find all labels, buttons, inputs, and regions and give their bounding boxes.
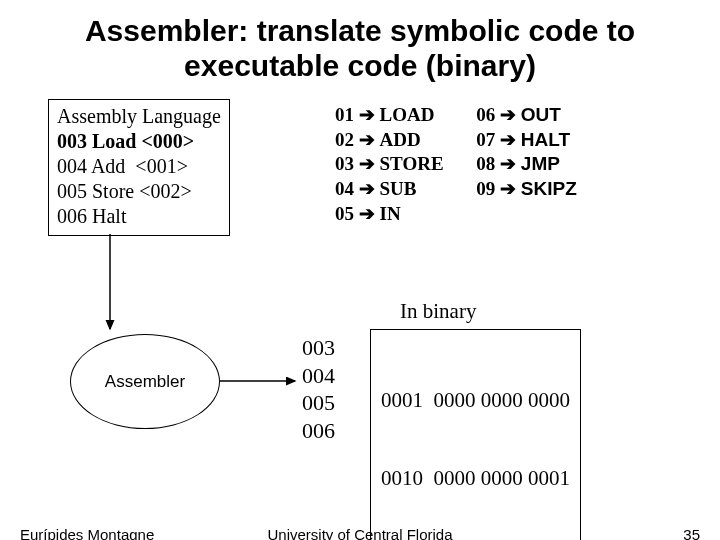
asm-row: 003 Load <000> [57, 129, 221, 154]
assembler-label: Assembler [105, 372, 185, 392]
binary-row: 0001 0000 0000 0000 [381, 387, 570, 413]
slide-content: Assembly Language 003 Load <000> 004 Add… [0, 89, 720, 509]
opcode-table: 01 ➔ LOAD 02 ➔ ADD 03 ➔ STORE 04 ➔ SUB 0… [335, 103, 577, 226]
footer-org: University of Central Florida [0, 526, 720, 540]
addr-row: 005 [302, 389, 335, 417]
slide-title: Assembler: translate symbolic code to ex… [0, 0, 720, 89]
binary-addresses: 003 004 005 006 [302, 334, 335, 444]
opcode-row: 03 ➔ STORE [335, 152, 444, 177]
opcode-row: 01 ➔ LOAD [335, 103, 444, 128]
opcode-row: 05 ➔ IN [335, 202, 444, 227]
addr-row: 004 [302, 362, 335, 390]
asm-row: 004 Add <001> [57, 154, 221, 179]
addr-row: 003 [302, 334, 335, 362]
opcode-col1: 01 ➔ LOAD 02 ➔ ADD 03 ➔ STORE 04 ➔ SUB 0… [335, 103, 444, 226]
opcode-row: 08 ➔ JMP [476, 152, 576, 177]
assembly-language-box: Assembly Language 003 Load <000> 004 Add… [48, 99, 230, 236]
binary-row: 0010 0000 0000 0001 [381, 465, 570, 491]
asm-row: 006 Halt [57, 204, 221, 229]
opcode-row: 06 ➔ OUT [476, 103, 576, 128]
opcode-row: 02 ➔ ADD [335, 128, 444, 153]
footer-page: 35 [683, 526, 700, 540]
assembler-node: Assembler [70, 334, 220, 429]
assembly-heading: Assembly Language [57, 104, 221, 129]
opcode-row: 04 ➔ SUB [335, 177, 444, 202]
opcode-col2: 06 ➔ OUT 07 ➔ HALT 08 ➔ JMP 09 ➔ SKIPZ [476, 103, 576, 202]
addr-row: 006 [302, 417, 335, 445]
binary-heading: In binary [400, 299, 476, 324]
binary-box: 0001 0000 0000 0000 0010 0000 0000 0001 … [370, 329, 581, 540]
opcode-row: 07 ➔ HALT [476, 128, 576, 153]
opcode-row: 09 ➔ SKIPZ [476, 177, 576, 202]
asm-row: 005 Store <002> [57, 179, 221, 204]
